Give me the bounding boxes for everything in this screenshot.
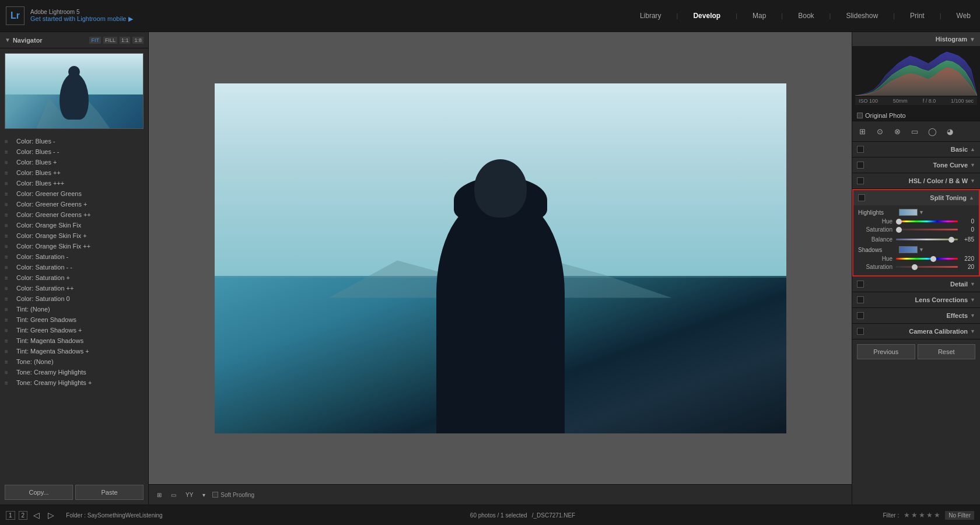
preset-label: Color: Greener Greens	[16, 190, 82, 197]
shadows-sat-slider[interactable]	[896, 266, 958, 268]
original-photo-checkbox[interactable]	[857, 113, 863, 118]
list-item[interactable]: ≡ Tint: Magenta Shadows	[0, 335, 148, 346]
filmstrip-single-btn[interactable]: ▭	[169, 491, 178, 499]
list-item[interactable]: ≡ Tint: (None)	[0, 304, 148, 314]
paste-button[interactable]: Paste	[75, 485, 144, 500]
star-5[interactable]: ★	[934, 511, 940, 519]
star-2[interactable]: ★	[911, 511, 918, 519]
tool-grid[interactable]: ⊞	[855, 125, 870, 138]
tool-brush[interactable]: ◕	[942, 125, 957, 138]
list-item[interactable]: ≡ Color: Blues ++	[0, 167, 148, 178]
nav-map[interactable]: Map	[749, 9, 769, 22]
list-item[interactable]: ≡ Color: Saturation 0	[0, 293, 148, 304]
list-item[interactable]: ≡ Tone: Creamy Highlights	[0, 367, 148, 377]
list-item[interactable]: ≡ Tint: Green Shadows	[0, 314, 148, 325]
tone-curve-toggle-icon[interactable]	[857, 162, 864, 169]
camera-calibration-header[interactable]: Camera Calibration ▼	[852, 324, 980, 339]
highlights-dropdown-icon[interactable]: ▼	[919, 209, 924, 215]
lens-corrections-header[interactable]: Lens Corrections ▼	[852, 292, 980, 307]
tone-curve-header[interactable]: Tone Curve ▼	[852, 158, 980, 173]
navigator-image[interactable]	[5, 53, 144, 129]
filmstrip-dropdown[interactable]: ▾	[200, 491, 208, 499]
camera-calibration-toggle-icon[interactable]	[857, 328, 864, 335]
list-item[interactable]: ≡ Color: Saturation +	[0, 272, 148, 283]
previous-button[interactable]: Previous	[857, 344, 915, 359]
nav-develop[interactable]: Develop	[690, 9, 724, 22]
effects-header[interactable]: Effects ▼	[852, 308, 980, 323]
tool-crop[interactable]: ⊙	[872, 125, 887, 138]
list-item[interactable]: ≡ Color: Saturation ++	[0, 283, 148, 293]
1to8-button[interactable]: 1:8	[132, 37, 144, 44]
fill-button[interactable]: FILL	[103, 37, 117, 44]
list-item[interactable]: ≡ Color: Blues +	[0, 157, 148, 167]
list-item[interactable]: ≡ Color: Orange Skin Fix ++	[0, 241, 148, 251]
star-4[interactable]: ★	[926, 511, 933, 519]
list-item[interactable]: ≡ Color: Saturation -	[0, 251, 148, 262]
lens-corrections-toggle-icon[interactable]	[857, 296, 864, 303]
fit-button[interactable]: FIT	[89, 37, 101, 44]
tool-gradient[interactable]: ◯	[925, 125, 940, 138]
basic-section-header[interactable]: Basic ▲	[852, 142, 980, 157]
star-3[interactable]: ★	[919, 511, 925, 519]
highlights-hue-thumb[interactable]	[896, 219, 902, 225]
highlights-sat-thumb[interactable]	[896, 227, 902, 233]
list-item[interactable]: ≡ Color: Blues -	[0, 136, 148, 146]
nav-library[interactable]: Library	[636, 9, 665, 22]
highlights-sat-slider[interactable]	[896, 229, 958, 230]
soft-proofing-toggle[interactable]: Soft Proofing	[212, 492, 254, 498]
no-filter-button[interactable]: No Filter	[945, 511, 974, 520]
list-item[interactable]: ≡ Color: Orange Skin Fix	[0, 220, 148, 230]
star-1[interactable]: ★	[904, 511, 910, 519]
basic-toggle-icon[interactable]	[857, 146, 864, 153]
list-item[interactable]: ≡ Tint: Green Shadows +	[0, 325, 148, 335]
detail-expand-icon: ▼	[970, 281, 975, 287]
list-item[interactable]: ≡ Tone: Creamy Highlights +	[0, 377, 148, 388]
list-item[interactable]: ≡ Color: Greener Greens	[0, 188, 148, 199]
highlights-hue-slider[interactable]	[896, 220, 958, 222]
balance-thumb[interactable]	[949, 237, 954, 243]
shadows-hue-slider[interactable]	[896, 258, 958, 260]
page-number-2[interactable]: 2	[19, 511, 28, 520]
shadows-hue-thumb[interactable]	[930, 256, 936, 262]
soft-proofing-checkbox[interactable]	[212, 492, 218, 498]
balance-slider[interactable]	[896, 239, 958, 240]
list-item[interactable]: ≡ Color: Saturation - -	[0, 262, 148, 272]
hsl-toggle-icon[interactable]	[857, 177, 864, 184]
filmstrip-compare-btn[interactable]: YY	[183, 491, 195, 499]
nav-forward-icon[interactable]: ▷	[46, 510, 57, 520]
list-item[interactable]: ≡ Color: Greener Greens +	[0, 199, 148, 209]
list-item[interactable]: ≡ Color: Greener Greens ++	[0, 209, 148, 220]
split-toning-header[interactable]: Split Toning ▲	[853, 190, 979, 205]
nav-back-icon[interactable]: ◁	[31, 510, 42, 520]
list-item[interactable]: ≡ Tone: (None)	[0, 356, 148, 367]
histogram-header[interactable]: Histogram ▼	[852, 32, 980, 46]
effects-toggle-icon[interactable]	[857, 312, 864, 319]
nav-slideshow[interactable]: Slideshow	[842, 9, 881, 22]
tool-redeye[interactable]: ▭	[907, 125, 922, 138]
detail-toggle-icon[interactable]	[857, 281, 864, 288]
split-toning-toggle-icon[interactable]	[858, 194, 865, 201]
lens-corrections-section: Lens Corrections ▼	[852, 292, 980, 308]
nav-book[interactable]: Book	[794, 9, 817, 22]
nav-web[interactable]: Web	[953, 9, 974, 22]
preset-label: Tint: Green Shadows +	[16, 327, 82, 334]
reset-button[interactable]: Reset	[918, 344, 976, 359]
shadows-dropdown-icon[interactable]: ▼	[919, 247, 924, 253]
filmstrip-grid-btn[interactable]: ⊞	[155, 491, 164, 499]
list-item[interactable]: ≡ Tint: Magenta Shadows +	[0, 346, 148, 356]
tool-spot[interactable]: ⊗	[890, 125, 905, 138]
copy-button[interactable]: Copy...	[5, 485, 73, 500]
page-number-1[interactable]: 1	[6, 511, 15, 520]
tone-curve-expand-icon: ▼	[970, 162, 975, 168]
shadows-color-swatch[interactable]	[899, 246, 918, 253]
highlights-color-swatch[interactable]	[899, 209, 918, 216]
detail-header[interactable]: Detail ▼	[852, 276, 980, 292]
shadows-sat-thumb[interactable]	[912, 264, 918, 270]
list-item[interactable]: ≡ Color: Blues +++	[0, 178, 148, 188]
list-item[interactable]: ≡ Color: Orange Skin Fix +	[0, 230, 148, 241]
preset-label: Color: Blues +++	[16, 180, 64, 187]
1to1-button[interactable]: 1:1	[120, 37, 131, 44]
hsl-header[interactable]: HSL / Color / B & W ▼	[852, 173, 980, 188]
list-item[interactable]: ≡ Color: Blues - -	[0, 146, 148, 157]
nav-print[interactable]: Print	[907, 9, 928, 22]
